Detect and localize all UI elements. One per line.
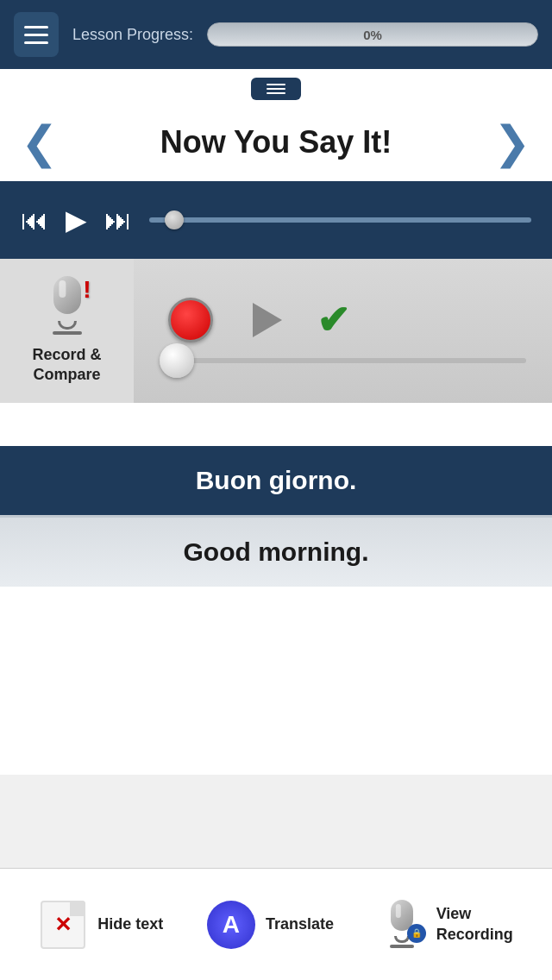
phrase-italian-text: Buon giorno. xyxy=(196,466,357,495)
top-navbar: Lesson Progress: 0% xyxy=(0,0,552,69)
handle-button[interactable] xyxy=(251,78,301,100)
hide-text-icon xyxy=(39,901,87,949)
translate-item[interactable]: A Translate xyxy=(207,901,334,949)
rc-playback-slider[interactable] xyxy=(160,358,526,363)
prev-arrow-button[interactable]: ❮ xyxy=(21,120,59,165)
rc-record-button[interactable] xyxy=(168,298,213,342)
audio-slider-thumb[interactable] xyxy=(165,210,184,229)
skip-forward-button[interactable]: ⏭ xyxy=(104,206,132,234)
section-title-bar: ❮ Now You Say It! ❯ xyxy=(0,104,552,181)
next-arrow-button[interactable]: ❯ xyxy=(493,120,531,165)
mic-badge-icon xyxy=(407,924,426,943)
phrase-english-bar: Good morning. xyxy=(0,518,552,587)
hide-text-label: Hide text xyxy=(97,914,163,934)
play-icon: ▶ xyxy=(66,206,87,234)
rc-play-button[interactable] xyxy=(253,303,282,337)
view-recording-icon xyxy=(378,901,426,949)
record-compare-left-panel: ! Record & Compare xyxy=(0,259,134,403)
translate-icon: A xyxy=(207,901,255,949)
rc-slider-thumb[interactable] xyxy=(160,343,194,378)
rc-accept-button[interactable]: ✔ xyxy=(317,300,350,340)
lesson-progress-label: Lesson Progress: xyxy=(72,26,193,44)
view-recording-label: View Recording xyxy=(436,904,513,945)
record-compare-section: ! Record & Compare ✔ xyxy=(0,259,552,403)
hide-text-item[interactable]: Hide text xyxy=(39,901,163,949)
skip-back-icon: ⏮ xyxy=(21,206,48,234)
menu-button[interactable] xyxy=(14,12,59,57)
record-compare-right-panel: ✔ xyxy=(134,259,552,403)
progress-bar: 0% xyxy=(207,22,538,47)
progress-value: 0% xyxy=(363,28,382,42)
translate-logo-icon: A xyxy=(207,901,255,949)
spacer xyxy=(0,403,552,446)
translate-label: Translate xyxy=(266,914,334,934)
phrase-italian-bar: Buon giorno. xyxy=(0,446,552,515)
bottom-toolbar: Hide text A Translate View Recording xyxy=(0,868,552,980)
skip-forward-icon: ⏭ xyxy=(104,206,132,234)
record-compare-label: Record & Compare xyxy=(32,345,101,386)
audio-slider[interactable] xyxy=(149,217,531,223)
view-recording-mic-icon xyxy=(381,900,423,950)
phrase-english-text: Good morning. xyxy=(184,537,369,567)
play-button[interactable]: ▶ xyxy=(66,206,87,234)
record-compare-mic-icon: ! xyxy=(41,276,93,336)
hide-text-doc-icon xyxy=(41,901,85,949)
view-recording-item[interactable]: View Recording xyxy=(378,901,513,949)
section-title: Now You Say It! xyxy=(160,124,392,160)
rc-controls-row: ✔ xyxy=(160,298,350,342)
sub-handle xyxy=(0,69,552,104)
skip-back-button[interactable]: ⏮ xyxy=(21,206,48,234)
content-area xyxy=(0,587,552,775)
audio-player: ⏮ ▶ ⏭ xyxy=(0,181,552,259)
